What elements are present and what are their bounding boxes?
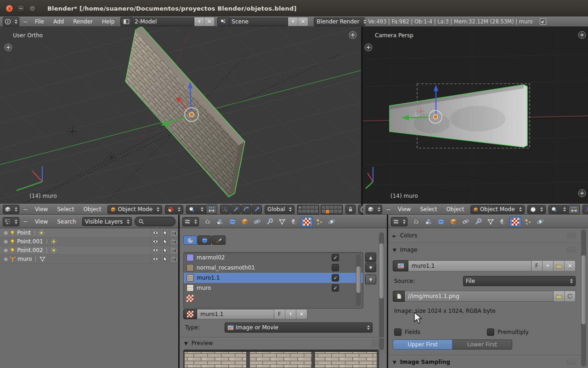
- outliner-item-point[interactable]: ⊕ Point |: [0, 229, 178, 237]
- menu-view[interactable]: View: [395, 206, 414, 213]
- selectability-toggle[interactable]: [160, 237, 169, 246]
- tab-texture[interactable]: [509, 217, 521, 227]
- menu-object[interactable]: Object: [80, 206, 104, 213]
- selectability-toggle[interactable]: [160, 255, 169, 264]
- tab-render-layers[interactable]: [214, 217, 226, 227]
- texture-enable-checkbox[interactable]: ✓: [332, 284, 339, 292]
- image-sampling-panel-header[interactable]: ▼ Image Sampling: [393, 359, 577, 365]
- texture-context-material-button[interactable]: [183, 236, 197, 245]
- visibility-toggle[interactable]: [151, 255, 160, 264]
- menu-view[interactable]: View: [32, 218, 51, 225]
- texture-enable-checkbox[interactable]: ✓: [332, 274, 339, 282]
- tab-constraints[interactable]: [251, 217, 263, 227]
- window-close-button[interactable]: ×: [6, 5, 13, 12]
- visibility-toggle[interactable]: [151, 246, 160, 255]
- slot-move-down-button[interactable]: ▼: [365, 263, 376, 272]
- viewport-left[interactable]: User Ortho (14) muro: [0, 27, 361, 204]
- tab-render-layers[interactable]: [423, 217, 435, 227]
- tab-render[interactable]: [202, 217, 214, 227]
- manipulator-toggle-button[interactable]: [569, 205, 580, 214]
- texture-enable-checkbox[interactable]: [332, 264, 339, 271]
- menu-select[interactable]: Select: [417, 206, 440, 213]
- visibility-toggle[interactable]: [151, 237, 160, 246]
- panel-drag-grip[interactable]: [566, 359, 577, 365]
- image-browse-button[interactable]: [393, 260, 408, 271]
- outliner-item-point001[interactable]: ⊕ Point.001 |: [0, 237, 178, 246]
- reload-image-button[interactable]: [565, 291, 576, 302]
- texture-context-world-button[interactable]: [198, 236, 211, 245]
- slot-list-scrollbar[interactable]: [356, 254, 361, 306]
- tab-material[interactable]: [288, 217, 300, 227]
- new-texture-button[interactable]: +: [285, 309, 296, 319]
- texture-slot-normal-rocasmoth01[interactable]: normal_rocasmoth01: [184, 263, 363, 273]
- editor-scrollbar[interactable]: [379, 232, 384, 350]
- screen-layout-browse-button[interactable]: [120, 17, 132, 26]
- lock-to-scene-button[interactable]: [345, 205, 356, 214]
- panel-drag-grip[interactable]: [566, 247, 577, 253]
- menu-search[interactable]: Search: [54, 218, 79, 225]
- tab-object-data[interactable]: [276, 217, 288, 227]
- expand-icon[interactable]: ⊕: [4, 230, 8, 236]
- visibility-toggle[interactable]: [151, 229, 160, 237]
- outliner-item-point002[interactable]: ⊕ Point.002 |: [0, 246, 178, 255]
- slot-move-up-button[interactable]: ▲: [365, 253, 376, 262]
- editor-type-selector-info[interactable]: [3, 17, 19, 26]
- menu-select[interactable]: Select: [54, 206, 77, 213]
- menu-add[interactable]: Add: [50, 18, 67, 25]
- mode-dropdown[interactable]: Object Mode: [107, 205, 163, 214]
- texture-slot-marmol02[interactable]: marmol02 ✓: [184, 253, 363, 263]
- scene-browse-button[interactable]: [217, 17, 229, 26]
- tab-constraints[interactable]: [460, 217, 472, 227]
- editor-type-selector-3dview[interactable]: [366, 205, 382, 214]
- texture-name-field[interactable]: muro1.1: [197, 309, 274, 319]
- back-to-previous-icon[interactable]: [539, 18, 547, 25]
- screen-layout-add-button[interactable]: +: [194, 17, 204, 26]
- premultiply-checkbox[interactable]: [487, 328, 494, 336]
- preview-panel-header[interactable]: ▼ Preview: [184, 340, 382, 346]
- scene-delete-button[interactable]: ×: [298, 17, 308, 26]
- translate-manipulator-button[interactable]: [582, 205, 588, 214]
- panel-drag-grip[interactable]: [372, 340, 382, 346]
- fake-user-button[interactable]: F: [531, 260, 543, 271]
- image-source-dropdown[interactable]: File: [463, 276, 576, 286]
- texture-slot-empty[interactable]: [184, 293, 363, 303]
- render-toggle[interactable]: [169, 229, 178, 237]
- viewport-shading-dropdown[interactable]: [165, 205, 183, 214]
- window-minimize-button[interactable]: −: [17, 5, 25, 12]
- texture-slot-muro1-1[interactable]: muro1.1 ✓: [184, 273, 363, 283]
- outliner-search-input[interactable]: [135, 217, 175, 226]
- texture-slot-muro[interactable]: muro ✓: [184, 283, 363, 293]
- browse-file-button[interactable]: [554, 291, 565, 302]
- colors-panel-header[interactable]: ► Colors: [393, 232, 577, 239]
- expand-icon[interactable]: ⊕: [4, 247, 8, 253]
- image-panel-header[interactable]: ▼ Image: [393, 247, 577, 253]
- transform-orientation-dropdown[interactable]: Global: [265, 205, 294, 214]
- tab-object[interactable]: [239, 217, 251, 227]
- outliner-item-muro[interactable]: ⊕ muro |: [0, 255, 178, 264]
- slot-specials-menu-button[interactable]: ▼: [365, 275, 376, 284]
- layers-widget[interactable]: [297, 205, 343, 214]
- editor-scrollbar[interactable]: [581, 230, 586, 367]
- editor-type-selector-properties[interactable]: [391, 217, 407, 226]
- screen-layout-delete-button[interactable]: ×: [204, 17, 215, 26]
- move-manipulator-button[interactable]: [231, 205, 241, 214]
- window-maximize-button[interactable]: ▢: [28, 5, 36, 12]
- editor-type-selector-outliner[interactable]: [3, 217, 19, 226]
- expand-icon[interactable]: ⊕: [4, 256, 8, 262]
- scene-name-field[interactable]: Scene: [229, 17, 288, 26]
- viewport-right[interactable]: Camera Persp (14) muro: [363, 27, 588, 204]
- selectability-toggle[interactable]: [160, 229, 169, 237]
- tab-world[interactable]: [226, 217, 238, 227]
- tab-material[interactable]: [497, 217, 509, 227]
- unlink-texture-button[interactable]: ×: [296, 309, 307, 319]
- render-toggle[interactable]: [169, 255, 178, 264]
- outliner-filter-dropdown[interactable]: Visible Layers: [82, 217, 132, 226]
- tab-texture[interactable]: [301, 217, 313, 227]
- pivot-point-dropdown[interactable]: [548, 205, 569, 214]
- filepath-icon-button[interactable]: [393, 291, 405, 302]
- mode-dropdown[interactable]: Object Mode: [470, 205, 525, 214]
- collapse-menus-icon[interactable]: −: [385, 206, 392, 213]
- viewport-shading-dropdown[interactable]: [527, 205, 546, 214]
- menu-file[interactable]: File: [32, 18, 47, 25]
- texture-context-brush-button[interactable]: [212, 236, 226, 245]
